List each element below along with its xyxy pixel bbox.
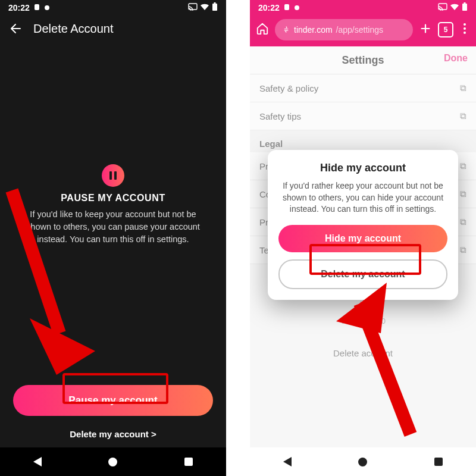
cast-icon [438, 3, 447, 12]
hide-my-account-button[interactable]: Hide my account [278, 225, 447, 252]
nav-recent-icon[interactable] [434, 458, 443, 466]
status-time: 20:22 [258, 3, 280, 12]
status-time: 20:22 [8, 3, 30, 12]
android-nav-bar [0, 447, 226, 476]
left-phone: 20:22 [0, 0, 226, 476]
delete-my-account-link[interactable]: Delete my account > [70, 429, 156, 439]
wifi-icon [200, 3, 209, 12]
url-path: /app/settings [336, 25, 383, 35]
pause-title: PAUSE MY ACCOUNT [61, 193, 165, 203]
modal-body: If you'd rather keep your account but no… [278, 180, 447, 215]
notification-icon [283, 3, 290, 13]
svg-rect-11 [462, 4, 467, 11]
row-safety-policy[interactable]: Safety & policy⧉ [250, 74, 476, 102]
svg-point-13 [464, 27, 466, 30]
site-settings-icon [282, 26, 290, 34]
version-label: Version 5.9.0 [250, 317, 476, 325]
android-nav-bar [250, 447, 476, 476]
url-bar[interactable]: tinder.com/app/settings [275, 19, 413, 40]
svg-point-12 [464, 23, 466, 26]
external-link-icon: ⧉ [460, 217, 466, 227]
pause-my-account-button[interactable]: Pause my account [13, 385, 213, 416]
pause-section: PAUSE MY ACCOUNT If you'd like to keep y… [0, 39, 226, 246]
notification-dot-icon [294, 3, 300, 12]
external-link-icon: ⧉ [460, 245, 466, 255]
svg-marker-6 [30, 318, 95, 375]
done-button[interactable]: Done [444, 53, 468, 64]
svg-point-8 [295, 5, 299, 10]
battery-icon [462, 2, 468, 13]
nav-back-icon[interactable] [33, 457, 42, 466]
tinder-flame-icon [357, 298, 369, 313]
hide-button-label: Hide my account [325, 233, 401, 244]
notification-icon [33, 3, 40, 13]
cast-icon [188, 3, 198, 12]
svg-point-14 [464, 32, 466, 34]
battery-icon [212, 2, 218, 13]
external-link-icon: ⧉ [460, 83, 466, 93]
section-legal: Legal [250, 130, 476, 152]
status-bar-right: 20:22 [250, 0, 476, 15]
svg-rect-3 [214, 2, 216, 4]
pause-button-label: Pause my account [68, 394, 157, 406]
row-safety-tips[interactable]: Safety tips⧉ [250, 102, 476, 130]
pause-description: If you'd like to keep your account but n… [21, 208, 205, 246]
header: Delete Account [0, 15, 226, 39]
svg-point-1 [45, 5, 49, 10]
svg-rect-7 [284, 4, 289, 10]
notification-dot-icon [44, 3, 50, 12]
browser-home-icon[interactable] [256, 22, 269, 37]
external-link-icon: ⧉ [460, 161, 466, 171]
nav-back-icon[interactable] [283, 457, 292, 466]
delete-account-row[interactable]: Delete account [250, 336, 476, 370]
back-arrow-icon[interactable] [8, 21, 23, 36]
nav-home-icon[interactable] [358, 458, 367, 466]
browser-menu-icon[interactable] [459, 22, 470, 37]
delete-button-label: Delete my account [321, 269, 405, 280]
wifi-icon [450, 3, 459, 12]
delete-my-account-button[interactable]: Delete my account [278, 259, 447, 289]
tab-count[interactable]: 5 [438, 22, 453, 37]
external-link-icon: ⧉ [460, 189, 466, 199]
nav-recent-icon[interactable] [184, 458, 193, 466]
hide-account-modal: Hide my account If you'd rather keep you… [268, 150, 458, 300]
new-tab-icon[interactable] [419, 22, 432, 37]
browser-toolbar: tinder.com/app/settings 5 [250, 15, 476, 46]
svg-rect-0 [35, 4, 39, 10]
header-title: Delete Account [33, 22, 114, 36]
nav-home-icon[interactable] [108, 458, 117, 466]
settings-title: Settings [342, 54, 384, 67]
status-bar-left: 20:22 [0, 0, 226, 15]
svg-rect-4 [212, 4, 217, 11]
url-host: tinder.com [294, 25, 333, 35]
right-phone: 20:22 [250, 0, 476, 476]
pause-icon [102, 164, 124, 187]
modal-title: Hide my account [278, 162, 447, 174]
svg-rect-10 [464, 2, 466, 4]
external-link-icon: ⧉ [460, 111, 466, 121]
